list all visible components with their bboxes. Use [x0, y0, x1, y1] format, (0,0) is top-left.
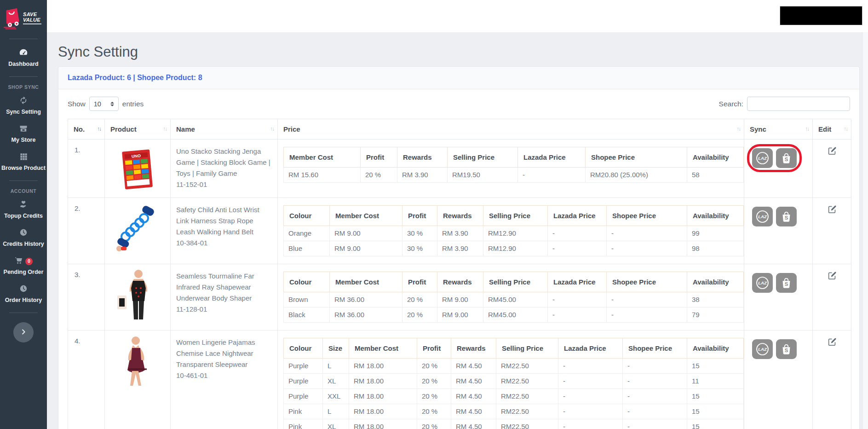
lazada-sync-button[interactable]: LAZ: [752, 273, 773, 293]
table-header-row: No.↑↓Product↑↓Name↑↓Price↑↓Sync↑↓Edit↑↓: [68, 119, 851, 139]
price-value: 15: [687, 359, 744, 374]
product-name: Safety Child Anti Lost Wrist Link Harnes…: [176, 204, 272, 238]
price-value: -: [558, 404, 623, 419]
svg-text:LAZ: LAZ: [758, 214, 767, 219]
main-content: Sync Setting Lazada Product: 6 | Shopee …: [47, 32, 868, 429]
search-input[interactable]: [747, 97, 850, 111]
price-value: -: [548, 292, 607, 307]
shopee-sync-button[interactable]: S: [776, 339, 797, 359]
product-image-cell: [105, 198, 171, 264]
sidebar-item-sync-setting[interactable]: Sync Setting: [0, 92, 47, 120]
price-row: PurpleLRM 18.0020 %RM 4.50RM22.50--15: [284, 359, 744, 374]
sort-arrows-icon[interactable]: ↑↓: [270, 126, 274, 132]
price-value: RM45.00: [483, 292, 548, 307]
price-value: RM 4.50: [451, 374, 496, 389]
edit-button[interactable]: [827, 204, 837, 216]
brand-line-1: SAVE: [23, 12, 41, 17]
price-value: RM22.50: [496, 359, 558, 374]
sidebar-item-label: Credits History: [1, 241, 46, 247]
page-size-select[interactable]: 10: [89, 97, 119, 111]
product-name: Women Lingerie Pajamas Chemise Lace Nigh…: [176, 337, 272, 370]
edit-button[interactable]: [827, 271, 837, 282]
sidebar-item-order-history[interactable]: Order History: [0, 280, 47, 308]
shopee-sync-button[interactable]: S: [776, 273, 797, 293]
price-value: 20 %: [361, 168, 397, 183]
sort-arrows-icon[interactable]: ↑↓: [736, 126, 740, 132]
price-value: 20 %: [402, 307, 437, 323]
product-name-cell: Seamless Tourmaline Far Infrared Ray Sha…: [171, 264, 278, 330]
price-value: RM22.50: [496, 419, 558, 429]
edit-button[interactable]: [827, 146, 837, 157]
table-row: 1.UNOUno Stacko Stacking Jenga Game | St…: [68, 139, 851, 198]
price-col-shopee-price: Shopee Price: [607, 272, 687, 292]
table-row: 3.Seamless Tourmaline Far Infrared Ray S…: [68, 264, 851, 330]
column-header-name[interactable]: Name↑↓: [171, 119, 278, 139]
price-value: Blue: [284, 241, 330, 256]
product-name-cell: Safety Child Anti Lost Wrist Link Harnes…: [171, 198, 278, 264]
sidebar-item-dashboard[interactable]: Dashboard: [0, 44, 47, 72]
price-value: 30 %: [402, 241, 437, 256]
sort-arrows-icon[interactable]: ↑↓: [805, 126, 809, 132]
sidebar-item-my-store[interactable]: My Store: [0, 120, 47, 148]
price-cell: ColourMember CostProfitRewardsSelling Pr…: [278, 198, 744, 264]
shopee-sync-button[interactable]: S: [776, 148, 797, 168]
sidebar-item-topup-credits[interactable]: Topup Credits: [0, 196, 47, 224]
sidebar-expand-button[interactable]: [13, 322, 34, 342]
product-image-cell: [105, 330, 171, 429]
sync-arrows-icon: [19, 96, 28, 107]
price-value: -: [558, 374, 623, 389]
sidebar-item-label: Order History: [1, 297, 46, 303]
price-value: RM 18.00: [349, 374, 417, 389]
price-value: 20 %: [417, 359, 451, 374]
price-value: Black: [284, 307, 330, 323]
price-value: -: [548, 307, 607, 323]
product-image-lace-nightwear: [112, 335, 163, 387]
sidebar-item-browse-product[interactable]: Browse Product: [0, 148, 47, 176]
price-value: Purple: [284, 359, 323, 374]
sync-cell: LAZS: [744, 139, 813, 198]
product-name: Uno Stacko Stacking Jenga Game | Stackin…: [176, 146, 272, 179]
column-header-sync[interactable]: Sync↑↓: [744, 119, 813, 139]
price-cell: Member CostProfitRewardsSelling PriceLaz…: [278, 139, 744, 198]
sort-arrows-icon[interactable]: ↑↓: [844, 126, 847, 132]
column-header-no[interactable]: No.↑↓: [68, 119, 105, 139]
lazada-sync-button[interactable]: LAZ: [752, 148, 773, 168]
column-header-product[interactable]: Product↑↓: [105, 119, 171, 139]
sort-arrows-icon[interactable]: ↑↓: [163, 126, 167, 132]
sidebar-item-label: Pending Order: [1, 269, 46, 275]
page-size-value: 10: [94, 100, 101, 108]
price-value: 20 %: [417, 374, 451, 389]
price-col-shopee-price: Shopee Price: [586, 147, 687, 168]
lazada-sync-button[interactable]: LAZ: [752, 207, 773, 226]
price-value: RM 3.90: [437, 226, 483, 241]
price-value: -: [548, 241, 607, 256]
price-value: L: [323, 359, 349, 374]
price-col-availability: Availability: [687, 272, 744, 292]
price-row: PurpleXXLRM 18.0020 %RM 4.50RM22.50--15: [284, 389, 744, 404]
price-value: 15: [687, 404, 744, 419]
search-control: Search:: [719, 97, 850, 111]
shopee-sync-button[interactable]: S: [776, 207, 797, 226]
svg-text:S: S: [785, 215, 788, 220]
product-name-cell: Women Lingerie Pajamas Chemise Lace Nigh…: [171, 330, 278, 429]
product-name-cell: Uno Stacko Stacking Jenga Game | Stackin…: [171, 139, 278, 198]
brand-logo[interactable]: SAVE VALUE: [0, 0, 47, 34]
column-header-edit[interactable]: Edit↑↓: [813, 119, 851, 139]
price-value: RM19.50: [448, 168, 518, 183]
price-col-availability: Availability: [687, 338, 744, 359]
column-header-price[interactable]: Price↑↓: [278, 119, 744, 139]
product-table-body: 1.UNOUno Stacko Stacking Jenga Game | St…: [68, 139, 851, 429]
lazada-sync-button[interactable]: LAZ: [752, 339, 773, 359]
sidebar-item-credits-history[interactable]: Credits History: [0, 224, 47, 252]
sidebar-item-pending-order[interactable]: 0 Pending Order: [0, 252, 47, 280]
price-value: Purple: [284, 374, 323, 389]
price-col-rewards: Rewards: [451, 338, 496, 359]
sort-arrows-icon[interactable]: ↑↓: [97, 126, 101, 132]
svg-text:S: S: [785, 157, 788, 162]
sidebar-divider: [9, 76, 38, 77]
price-col-member-cost: Member Cost: [330, 272, 402, 292]
row-number-cell: 3.: [68, 264, 105, 330]
edit-button[interactable]: [827, 337, 837, 348]
price-value: RM 9.00: [437, 292, 483, 307]
sidebar-section-shop-sync: SHOP SYNC: [0, 84, 47, 90]
